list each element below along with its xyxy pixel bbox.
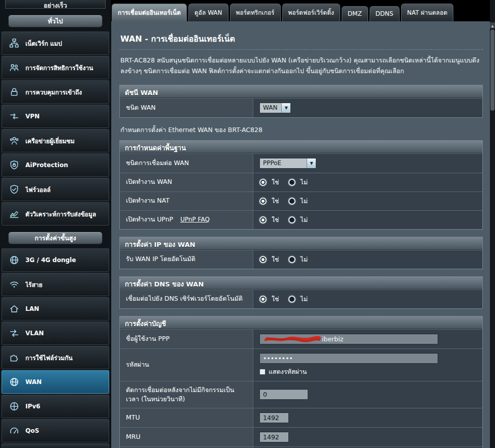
- enable-nat-yes-radio[interactable]: [259, 198, 267, 205]
- scrollbar-thumb[interactable]: [490, 29, 494, 111]
- sidebar-item-firewall[interactable]: ไฟร์วอลล์: [2, 178, 109, 201]
- tab-dual-wan[interactable]: ดูอัล WAN: [188, 4, 228, 21]
- table-row: ตัดการเชื่อมต่อหลังจากไม่มีกิจกรรมเป็นเว…: [120, 381, 482, 408]
- enable-wan-no-radio[interactable]: [288, 179, 295, 186]
- guest-network-icon: [7, 136, 21, 146]
- enable-nat-label: เปิดทำงาน NAT: [120, 192, 253, 210]
- gauge-icon: [7, 426, 21, 436]
- sidebar: อย่างเร็ว ทั่วไป เน็ตเวิร์ก แมป การจัดกา…: [0, 0, 111, 448]
- tab-nat-passthrough[interactable]: NAT ผ่านตลอด: [401, 4, 454, 21]
- connection-type-select[interactable]: PPPoE ▼: [259, 158, 316, 169]
- auto-ip-value: ใช่ ไม่: [253, 250, 482, 269]
- section-wan-index: ดัชนี WAN ชนิด WAN WAN ▼: [119, 85, 483, 118]
- table-row: เปิดทำงาน WAN ใช่ ไม่: [120, 173, 482, 191]
- sidebar-item-quick[interactable]: อย่างเร็ว: [5, 0, 106, 9]
- section-account: การตั้งค่าบัญชี ชื่อผู้ใช้งาน PPP iberbi…: [119, 316, 483, 448]
- sidebar-item-qos[interactable]: QoS: [2, 419, 109, 442]
- table-row: เปิดทำงาน NAT ใช่ ไม่: [120, 191, 482, 210]
- wan-type-value: WAN ▼: [253, 99, 482, 117]
- section-header-wan-ip: การตั้งค่า IP ของ WAN: [120, 237, 482, 250]
- mtu-label: MTU: [120, 408, 253, 427]
- scroll-up-arrow-icon[interactable]: ▲: [490, 22, 495, 28]
- vlan-arrows-icon: [7, 328, 21, 338]
- enable-wan-yes-radio[interactable]: [259, 179, 267, 186]
- no-label: ไม่: [301, 254, 308, 265]
- password-input[interactable]: [259, 353, 438, 364]
- show-password-checkbox[interactable]: [259, 369, 266, 375]
- sidebar-item-quick-label: อย่างเร็ว: [44, 1, 67, 9]
- redaction-scribble: [264, 335, 321, 343]
- sidebar-item-wan[interactable]: WAN: [2, 370, 109, 394]
- no-label: ไม่: [301, 294, 308, 304]
- enable-nat-value: ใช่ ไม่: [253, 192, 482, 210]
- main-content: WAN - การเชื่อมต่ออินเทอร์เน็ต BRT-AC828…: [111, 21, 490, 448]
- table-row: รหัสผ่าน แสดงรหัสผ่าน: [120, 348, 482, 381]
- mtu-input[interactable]: [259, 412, 289, 423]
- table-row: รับ WAN IP โดยอัตโนมัติ ใช่ ไม่: [120, 250, 482, 269]
- table-row: เชื่อมต่อไปยัง DNS เซิร์ฟเวอร์โดยอัตโนมั…: [120, 290, 482, 308]
- yes-label: ใช่: [272, 254, 279, 265]
- connection-type-label: ชนิดการเชื่อมต่อ WAN: [120, 154, 253, 173]
- sidebar-item-ipv6[interactable]: IPv6: [2, 395, 109, 418]
- mru-input[interactable]: [259, 432, 289, 442]
- ppp-username-label: ชื่อผู้ใช้งาน PPP: [120, 330, 253, 348]
- tab-internet-connection[interactable]: การเชื่อมต่ออินเทอร์เน็ต: [112, 4, 187, 21]
- idle-disconnect-input[interactable]: [259, 389, 308, 400]
- auto-ip-label: รับ WAN IP โดยอัตโนมัติ: [120, 250, 253, 269]
- enable-upnp-text: เปิดทำงาน UPnP: [126, 215, 173, 224]
- sidebar-item-partial[interactable]: [2, 443, 109, 448]
- sidebar-item-lan[interactable]: LAN: [2, 297, 109, 321]
- tab-port-trigger[interactable]: พอร์ตทริกเกอร์: [230, 4, 281, 21]
- auto-ip-yes-radio[interactable]: [259, 256, 267, 263]
- sidebar-item-access-control[interactable]: การควบคุมการเข้าถึง: [2, 80, 109, 104]
- enable-upnp-value: ใช่ ไม่: [253, 211, 482, 229]
- password-label: รหัสผ่าน: [120, 349, 253, 381]
- table-row: MTU: [120, 408, 482, 427]
- sidebar-item-user-rights[interactable]: การจัดการสิทธิการใช้งาน: [2, 56, 109, 79]
- no-label: ไม่: [301, 196, 308, 206]
- idle-disconnect-label: ตัดการเชื่อมต่อหลังจากไม่มีกิจกรรมเป็นเว…: [120, 381, 253, 408]
- sidebar-item-wireless[interactable]: ไร้สาย: [2, 273, 109, 296]
- sidebar-item-aiprotection[interactable]: AiProtection: [2, 153, 109, 177]
- sidebar-section-general: ทั่วไป: [8, 15, 103, 27]
- sidebar-item-network-map[interactable]: เน็ตเวิร์ก แมป: [2, 31, 109, 55]
- sidebar-item-file-sharing[interactable]: การใช้ไฟล์ร่วมกัน: [2, 346, 109, 369]
- wan-globe-icon: [7, 377, 21, 387]
- tab-dmz[interactable]: DMZ: [342, 6, 368, 21]
- sidebar-item-traffic-analyzer[interactable]: ตัววิเคราะห์การรับส่งข้อมูล: [2, 202, 109, 226]
- ppp-username-input[interactable]: iberbiz: [259, 334, 438, 344]
- tab-ddns[interactable]: DDNS: [370, 6, 400, 21]
- auto-ip-no-radio[interactable]: [288, 256, 295, 263]
- yes-label: ใช่: [272, 215, 279, 225]
- section-basic-config: การกำหนดค่าพื้นฐาน ชนิดการเชื่อมต่อ WAN …: [119, 140, 483, 230]
- sidebar-item-vlan[interactable]: VLAN: [2, 322, 109, 345]
- mru-label: MRU: [120, 428, 253, 446]
- mtu-value: [253, 408, 482, 427]
- ethernet-wan-note: กำหนดการตั้งค่า Ethernet WAN ของ BRT-AC8…: [120, 125, 482, 135]
- wan-type-select[interactable]: WAN ▼: [259, 103, 291, 113]
- password-value: แสดงรหัสผ่าน: [253, 349, 482, 381]
- page-description: BRT-AC828 สนับสนุนชนิดการเชื่อมต่อหลายแบ…: [120, 55, 482, 77]
- sidebar-item-vpn[interactable]: VPN: [2, 105, 109, 128]
- enable-upnp-yes-radio[interactable]: [259, 216, 267, 223]
- table-row: ชนิดการเชื่อมต่อ WAN PPPoE ▼: [120, 153, 482, 173]
- globe-icon: [7, 255, 21, 265]
- scrollbar[interactable]: ▲: [490, 0, 495, 448]
- tab-port-forwarding[interactable]: พอร์ตฟอร์เวิร์ดดิ้ง: [282, 4, 340, 21]
- enable-wan-value: ใช่ ไม่: [253, 173, 482, 191]
- shield-lock-icon: [7, 160, 21, 170]
- section-header-wan-dns: การตั้งค่า DNS ของ WAN: [120, 277, 482, 290]
- auto-dns-no-radio[interactable]: [288, 296, 295, 303]
- enable-nat-no-radio[interactable]: [288, 198, 295, 205]
- upnp-faq-link[interactable]: UPnP FAQ: [180, 215, 210, 224]
- show-password-label: แสดงรหัสผ่าน: [269, 367, 307, 377]
- auto-dns-yes-radio[interactable]: [259, 296, 267, 303]
- no-label: ไม่: [301, 215, 308, 225]
- sidebar-item-3g-4g-dongle[interactable]: 3G / 4G dongle: [2, 248, 109, 272]
- sidebar-item-guest-network[interactable]: เครือข่ายผู้เยี่ยมชม: [2, 129, 109, 152]
- ppp-username-value: iberbiz: [253, 330, 482, 348]
- traffic-chart-icon: [7, 209, 21, 219]
- wan-type-label: ชนิด WAN: [120, 99, 253, 117]
- enable-upnp-no-radio[interactable]: [288, 216, 295, 223]
- ppp-username-visible-text: iberbiz: [322, 335, 343, 343]
